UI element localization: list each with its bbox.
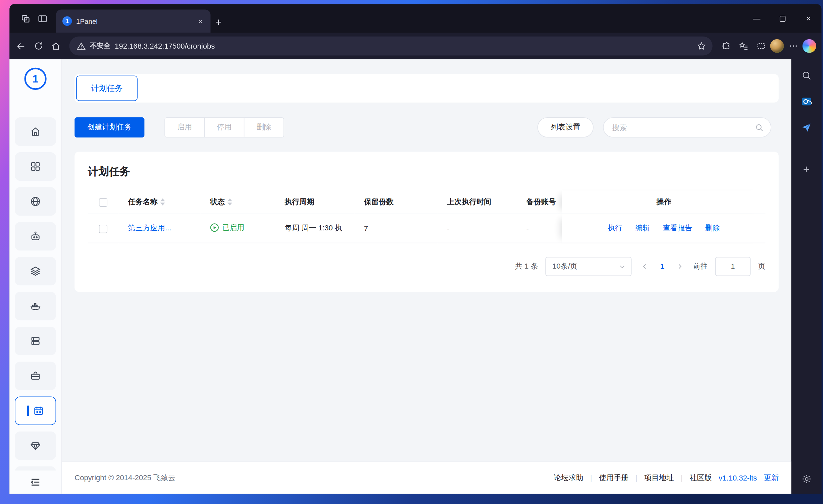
vertical-tabs-icon[interactable] xyxy=(34,10,51,27)
enable-button[interactable]: 启用 xyxy=(164,117,205,137)
footer-links: 论坛求助 | 使用手册 | 项目地址 | 社区版 v1.10.32-lts 更新 xyxy=(554,473,779,483)
close-button[interactable]: × xyxy=(795,4,821,33)
search-icon xyxy=(755,123,764,132)
edge-sidebar: + xyxy=(791,59,822,494)
create-cronjob-button[interactable]: 创建计划任务 xyxy=(74,117,144,137)
sidebar-item-app-store[interactable] xyxy=(15,152,56,181)
browser-tab[interactable]: 1 1Panel × xyxy=(56,9,210,33)
view-report-link[interactable]: 查看报告 xyxy=(663,224,692,233)
app-footer: Copyright © 2014-2025 飞致云 论坛求助 | 使用手册 | … xyxy=(62,461,791,494)
version-text: v1.10.32-lts xyxy=(719,474,757,482)
favorites-icon[interactable] xyxy=(735,38,752,54)
backup-account-cell: - xyxy=(517,214,562,243)
url-text[interactable]: 192.168.3.242:17500/cronjobs xyxy=(115,42,215,50)
enabled-play-icon xyxy=(210,223,219,232)
manual-link[interactable]: 使用手册 xyxy=(599,473,628,483)
sidebar-item-terminal[interactable] xyxy=(15,466,56,471)
sidebar-settings-icon[interactable] xyxy=(797,469,816,489)
sidebar-item-ai[interactable] xyxy=(15,222,56,250)
page-size-select[interactable]: 10条/页 xyxy=(546,257,632,276)
disable-button[interactable]: 停用 xyxy=(204,117,245,137)
sort-carets-icon[interactable] xyxy=(227,198,232,206)
delete-button[interactable]: 删除 xyxy=(244,117,284,137)
cronjob-name-link[interactable]: 第三方应用... xyxy=(128,224,171,232)
outlook-icon[interactable] xyxy=(797,92,816,111)
pagination: 共 1 条 10条/页 1 前往 页 xyxy=(88,257,766,276)
page-tabs: 计划任务 xyxy=(74,74,778,103)
minimize-button[interactable]: — xyxy=(744,4,770,33)
workspaces-icon[interactable] xyxy=(17,10,34,27)
home-icon[interactable] xyxy=(48,38,64,54)
sidebar-item-license[interactable] xyxy=(15,432,56,460)
send-icon[interactable] xyxy=(797,118,816,137)
sort-carets-icon[interactable] xyxy=(160,198,165,206)
tab-title: 1Panel xyxy=(76,17,191,25)
main-area: 计划任务 创建计划任务 启用 停用 删除 列表设置 xyxy=(62,59,791,494)
column-backup-account: 备份账号 xyxy=(517,190,562,214)
page-unit-label: 页 xyxy=(758,262,765,271)
delete-link[interactable]: 删除 xyxy=(705,224,720,233)
page-viewport: 1 xyxy=(9,59,791,494)
sidebar-search-icon[interactable] xyxy=(797,66,816,85)
page-number[interactable]: 1 xyxy=(658,262,667,271)
table-row: 第三方应用... 已启用 每周 周一 1:30 执 7 - - 执行 xyxy=(88,214,766,243)
sidebar-collapse-button[interactable] xyxy=(9,470,61,494)
browser-menu-icon[interactable] xyxy=(785,38,802,54)
column-schedule: 执行周期 xyxy=(275,190,354,214)
tab-favicon: 1 xyxy=(62,16,72,26)
list-settings-button[interactable]: 列表设置 xyxy=(537,117,594,137)
new-tab-button[interactable]: + xyxy=(210,12,226,33)
collapse-menu-icon xyxy=(30,477,41,488)
search-box[interactable] xyxy=(603,117,771,137)
web-capture-icon[interactable] xyxy=(753,38,769,54)
desktop-wallpaper: 1 1Panel × + — × 不安全 192.168.3.242:17500… xyxy=(0,0,823,504)
bookmark-star-icon[interactable] xyxy=(693,38,709,54)
select-all-checkbox[interactable] xyxy=(99,198,107,207)
calendar-icon xyxy=(33,405,44,417)
browser-window: 1 1Panel × + — × 不安全 192.168.3.242:17500… xyxy=(9,4,821,494)
tab-close-icon[interactable]: × xyxy=(195,15,206,27)
row-checkbox[interactable] xyxy=(99,224,107,233)
update-link[interactable]: 更新 xyxy=(764,473,779,483)
diamond-icon xyxy=(30,440,41,452)
search-input[interactable] xyxy=(612,123,755,131)
status-text: 已启用 xyxy=(222,223,244,232)
sidebar-item-host[interactable] xyxy=(15,327,56,355)
maximize-button[interactable] xyxy=(770,4,795,33)
toolbar: 创建计划任务 启用 停用 删除 列表设置 xyxy=(74,117,778,137)
profile-avatar[interactable] xyxy=(770,39,784,53)
prev-page-button[interactable] xyxy=(639,261,651,272)
server-icon xyxy=(30,335,41,347)
copilot-icon[interactable] xyxy=(803,39,816,53)
tab-cronjob[interactable]: 计划任务 xyxy=(76,75,138,101)
back-icon[interactable] xyxy=(13,38,29,54)
edit-link[interactable]: 编辑 xyxy=(635,224,650,233)
sidebar-item-overview[interactable] xyxy=(15,117,56,146)
goto-page-input[interactable] xyxy=(715,257,751,276)
not-secure-icon xyxy=(77,42,86,51)
community-edition-link[interactable]: 社区版 xyxy=(689,473,712,483)
last-run-cell: - xyxy=(438,214,517,243)
home-icon xyxy=(30,126,41,137)
execute-link[interactable]: 执行 xyxy=(608,224,623,233)
project-link[interactable]: 项目地址 xyxy=(644,473,674,483)
extensions-icon[interactable] xyxy=(718,38,734,54)
refresh-icon[interactable] xyxy=(30,38,47,54)
browser-titlebar: 1 1Panel × + — × xyxy=(9,4,821,33)
sidebar-add-icon[interactable]: + xyxy=(797,160,816,179)
sidebar-item-website[interactable] xyxy=(15,187,56,216)
address-bar[interactable]: 不安全 192.168.3.242:17500/cronjobs xyxy=(69,37,713,56)
docker-ship-icon xyxy=(30,300,41,312)
sidebar-item-cronjob[interactable] xyxy=(15,396,56,425)
next-page-button[interactable] xyxy=(674,261,686,272)
forum-help-link[interactable]: 论坛求助 xyxy=(554,473,583,483)
status-badge: 已启用 xyxy=(210,223,244,232)
sidebar-item-container[interactable] xyxy=(15,292,56,320)
sidebar-item-database[interactable] xyxy=(15,257,56,285)
sidebar-item-toolbox[interactable] xyxy=(15,361,56,390)
globe-icon xyxy=(30,195,41,207)
column-status: 状态 xyxy=(210,197,225,207)
browser-navbar: 不安全 192.168.3.242:17500/cronjobs xyxy=(9,33,821,59)
cronjob-table: 任务名称 状态 执行周期 保留份数 上次执行时间 备份账号 操作 xyxy=(88,190,766,243)
robot-icon xyxy=(30,230,41,242)
